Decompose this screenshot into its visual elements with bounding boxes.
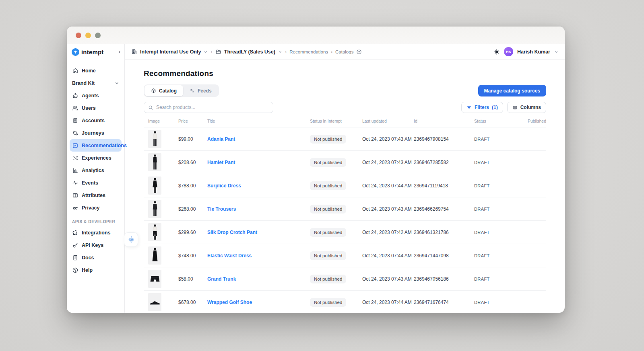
rss-icon (190, 88, 195, 93)
sidebar-collapse-button[interactable]: ‹ (119, 49, 120, 55)
sidebar-item-recommendations[interactable]: Recommendations (70, 139, 122, 152)
col-header-status-intempt: Status in Intempt (310, 119, 362, 123)
product-thumbnail (148, 246, 161, 265)
app-window: intempt ‹ Home Brand Kit Agents (67, 27, 565, 313)
sidebar-item-events[interactable]: Events (70, 177, 122, 189)
ai-assistant-button[interactable] (124, 232, 138, 247)
sidebar-item-journeys[interactable]: Journeys (70, 127, 122, 139)
filters-count: (1) (492, 105, 498, 110)
product-title-link[interactable]: Hamlet Pant (207, 160, 310, 165)
cell-price: $678.00 (178, 300, 207, 305)
logo-text: intempt (81, 49, 104, 55)
product-title-link[interactable]: Wrapped Golf Shoe (207, 300, 310, 305)
product-title-link[interactable]: Silk Drop Crotch Pant (207, 230, 310, 235)
sidebar-item-integrations[interactable]: Integrations (70, 226, 122, 239)
user-name[interactable]: Harish Kumar (517, 49, 550, 55)
help-circle-icon[interactable] (356, 49, 362, 55)
cell-status: DRAFT (474, 207, 526, 211)
tab-group: Catalog Feeds (144, 84, 219, 97)
col-header-price: Price (178, 119, 207, 123)
product-thumbnail (148, 177, 161, 195)
cell-last-updated: Oct 24, 2023 07:44 AM (362, 300, 414, 305)
minimize-window-button[interactable] (85, 33, 91, 38)
product-title-link[interactable]: Elastic Waist Dress (207, 253, 310, 259)
breadcrumb-page[interactable]: Catalogs (335, 49, 353, 54)
columns-button[interactable]: Columns (507, 102, 546, 113)
folder-icon (215, 49, 221, 55)
sidebar-item-attributes[interactable]: Attributes (70, 189, 122, 201)
breadcrumb-separator: › (285, 49, 287, 55)
avatar[interactable]: HK (504, 47, 513, 56)
sidebar-item-home[interactable]: Home (70, 64, 122, 77)
cell-last-updated: Oct 24, 2023 07:42 AM (362, 230, 414, 235)
key-icon (72, 242, 78, 248)
search-input[interactable] (156, 105, 269, 110)
col-header-id: Id (414, 119, 474, 123)
sidebar-item-api-keys[interactable]: API Keys (70, 239, 122, 251)
close-window-button[interactable] (76, 33, 81, 38)
status-badge: Not published (310, 275, 346, 283)
manage-catalog-sources-button[interactable]: Manage catalog sources (478, 85, 546, 96)
filters-button[interactable]: Filters (1) (461, 102, 503, 113)
cell-price: $748.00 (178, 253, 207, 259)
home-icon (72, 68, 78, 74)
theme-toggle-icon[interactable] (493, 49, 500, 55)
sidebar-item-label: Privacy (82, 205, 99, 211)
organization-icon (131, 49, 137, 55)
sidebar-item-privacy[interactable]: Privacy (70, 201, 122, 214)
chevron-down-icon (115, 81, 119, 85)
product-title-link[interactable]: Surplice Dress (207, 183, 310, 189)
col-header-published: Published (526, 119, 546, 123)
users-icon (72, 105, 78, 111)
breadcrumb-organization[interactable]: Intempt Internal Use Only (140, 49, 201, 55)
sidebar-item-agents[interactable]: Agents (70, 89, 122, 102)
cell-last-updated: Oct 24, 2023 07:44 AM (362, 183, 414, 189)
tab-label: Catalog (159, 88, 177, 94)
product-title-link[interactable]: Adania Pant (207, 136, 310, 142)
sidebar-item-label: Users (82, 105, 96, 111)
status-badge: Not published (310, 228, 346, 237)
sidebar-item-analytics[interactable]: Analytics (70, 164, 122, 177)
chevron-down-icon[interactable] (278, 50, 282, 54)
tab-feeds[interactable]: Feeds (183, 85, 218, 96)
product-thumbnail (148, 293, 161, 311)
breadcrumb-section[interactable]: Recommendations (289, 49, 328, 54)
sidebar-item-label: Journeys (82, 130, 104, 136)
cell-id: 2369467056186 (414, 276, 474, 282)
product-title-link[interactable]: Tie Trousers (207, 206, 310, 212)
sidebar-item-label: Attributes (82, 193, 105, 198)
package-icon (151, 88, 156, 93)
search-box (144, 102, 273, 113)
sidebar-item-accounts[interactable]: Accounts (70, 114, 122, 127)
sidebar-item-experiences[interactable]: Experiences (70, 152, 122, 164)
status-badge: Not published (310, 181, 346, 190)
sidebar-item-label: Brand Kit (72, 80, 95, 86)
breadcrumb-project[interactable]: ThreadLY (Sales Use) (224, 49, 275, 55)
robot-assistant-icon (127, 235, 136, 244)
sidebar: intempt ‹ Home Brand Kit Agents (67, 44, 125, 313)
cell-last-updated: Oct 24, 2023 07:44 AM (362, 253, 414, 259)
sidebar-item-label: Agents (82, 93, 99, 99)
sidebar-item-help[interactable]: Help (70, 264, 122, 276)
table-row: $58.00 Grand Trunk Not published Oct 24,… (144, 267, 546, 290)
pulse-icon (72, 180, 78, 186)
sidebar-item-label: Docs (82, 255, 94, 261)
chevron-down-icon[interactable] (204, 50, 208, 54)
sidebar-item-label: Accounts (82, 118, 105, 123)
intempt-logo-icon (72, 48, 79, 56)
columns-icon (512, 105, 518, 110)
sidebar-item-docs[interactable]: Docs (70, 251, 122, 264)
sidebar-item-users[interactable]: Users (70, 102, 122, 114)
product-title-link[interactable]: Grand Trunk (207, 276, 310, 282)
sidebar-item-brand-kit[interactable]: Brand Kit (70, 77, 122, 89)
sidebar-item-label: API Keys (82, 242, 103, 248)
tab-catalog[interactable]: Catalog (144, 85, 183, 96)
sidebar-item-label: Recommendations (82, 143, 127, 148)
mask-icon (72, 205, 78, 211)
cell-price: $99.00 (178, 136, 207, 142)
maximize-window-button[interactable] (95, 33, 101, 38)
cell-status: DRAFT (474, 137, 526, 142)
chevron-down-icon[interactable] (554, 50, 558, 54)
table-row: $268.00 Tie Trousers Not published Oct 2… (144, 197, 546, 220)
shuffle-icon (72, 155, 78, 161)
